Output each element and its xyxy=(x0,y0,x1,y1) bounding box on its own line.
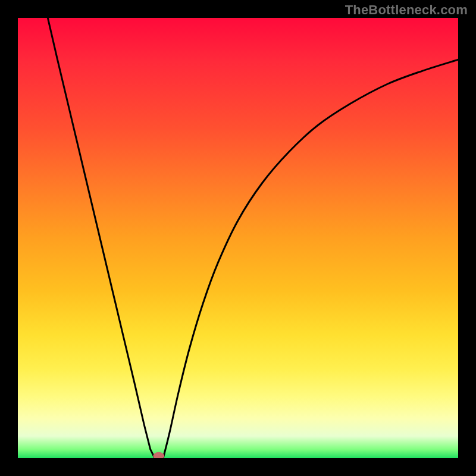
plot-area xyxy=(18,18,458,458)
watermark-text: TheBottleneck.com xyxy=(345,2,468,18)
chart-frame: TheBottleneck.com xyxy=(0,0,476,476)
left-branch-path xyxy=(48,18,155,458)
minimum-marker xyxy=(154,452,164,458)
right-branch-path xyxy=(163,60,458,458)
curve-svg xyxy=(18,18,458,458)
